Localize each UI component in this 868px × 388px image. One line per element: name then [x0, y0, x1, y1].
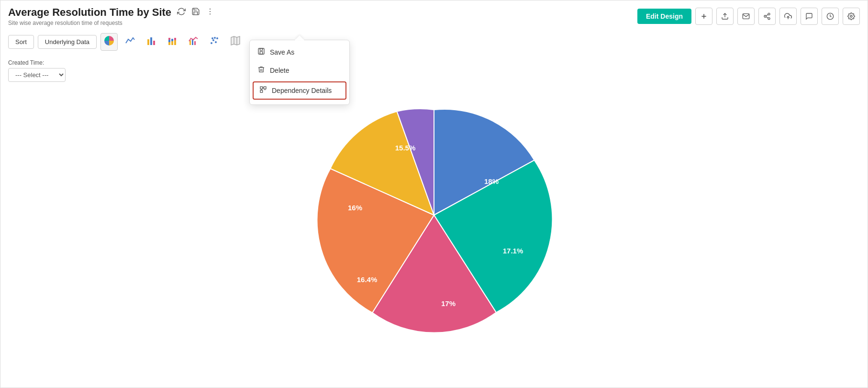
filter-label: Created Time:: [8, 59, 860, 66]
settings-button[interactable]: [843, 8, 860, 25]
scatter-chart-type-button[interactable]: [206, 33, 223, 51]
cloud-button[interactable]: [779, 8, 797, 25]
svg-point-30: [216, 37, 218, 39]
toolbar: Sort Underlying Data: [0, 28, 868, 56]
svg-rect-38: [260, 52, 262, 54]
chart-area: 18% 17.1% 17% 16.4% 16% 15.5%: [0, 86, 868, 354]
svg-point-8: [768, 18, 770, 20]
add-button[interactable]: [695, 8, 712, 25]
sort-button[interactable]: Sort: [8, 35, 34, 49]
save-as-item[interactable]: Save As: [250, 43, 349, 61]
label-1: 18%: [484, 177, 499, 185]
svg-point-28: [212, 39, 214, 41]
more-options-button[interactable]: [205, 6, 215, 19]
svg-line-10: [766, 14, 768, 16]
title-area: Average Resolution Time by Site: [8, 6, 215, 19]
delete-item[interactable]: Delete: [250, 61, 349, 80]
svg-rect-41: [260, 90, 263, 92]
label-4: 16.4%: [357, 275, 378, 284]
filter-section: Created Time: --- Select ---: [0, 56, 868, 86]
svg-point-29: [215, 41, 217, 43]
created-time-select[interactable]: --- Select ---: [8, 68, 66, 82]
bar-chart-type-button[interactable]: [143, 33, 160, 51]
delete-icon: [257, 66, 265, 75]
svg-rect-16: [153, 41, 155, 45]
svg-rect-23: [174, 38, 176, 40]
svg-rect-17: [168, 42, 170, 45]
label-6: 15.5%: [395, 144, 416, 152]
svg-point-2: [210, 13, 211, 14]
save-as-label: Save As: [270, 48, 294, 56]
svg-rect-15: [150, 37, 152, 45]
svg-rect-26: [194, 41, 196, 45]
svg-point-27: [211, 42, 212, 44]
refresh-button[interactable]: [176, 6, 187, 19]
page-title: Average Resolution Time by Site: [8, 6, 171, 19]
svg-rect-37: [260, 48, 262, 50]
svg-point-1: [210, 11, 211, 12]
svg-point-31: [211, 37, 213, 39]
dropdown-menu: Save As Delete Dependency Details: [249, 40, 350, 105]
header-right: Edit Design: [637, 8, 860, 25]
svg-rect-18: [168, 40, 170, 42]
label-3: 17%: [441, 299, 456, 308]
email-button[interactable]: [737, 8, 755, 25]
pie-chart-type-button[interactable]: [100, 33, 118, 51]
svg-rect-14: [147, 39, 149, 45]
dependency-details-item[interactable]: Dependency Details: [253, 81, 346, 100]
dropdown-arrow: [295, 35, 304, 40]
svg-rect-21: [171, 39, 173, 41]
dependency-icon: [259, 86, 267, 95]
svg-rect-20: [171, 41, 173, 45]
delete-label: Delete: [270, 67, 289, 74]
title-icons: [176, 6, 215, 19]
svg-rect-40: [264, 87, 266, 89]
page-subtitle: Site wise average resolution time of req…: [8, 20, 215, 26]
share-button[interactable]: [758, 8, 776, 25]
svg-rect-19: [168, 38, 170, 40]
label-2: 17.1%: [503, 247, 523, 255]
header-left: Average Resolution Time by Site Site wis…: [8, 6, 215, 26]
header: Average Resolution Time by Site Site wis…: [0, 0, 868, 28]
map-chart-type-button[interactable]: [227, 33, 244, 51]
svg-line-9: [766, 17, 768, 18]
stacked-bar-type-button[interactable]: [164, 33, 181, 51]
page-wrapper: Average Resolution Time by Site Site wis…: [0, 0, 868, 388]
schedule-button[interactable]: [822, 8, 839, 25]
combo-chart-type-button[interactable]: [185, 33, 202, 51]
underlying-data-button[interactable]: Underlying Data: [38, 35, 97, 49]
label-5: 16%: [348, 204, 362, 212]
svg-point-7: [764, 15, 766, 17]
pie-chart-svg: 18% 17.1% 17% 16.4% 16% 15.5%: [252, 95, 616, 335]
line-chart-type-button[interactable]: [122, 33, 139, 51]
svg-rect-39: [260, 87, 263, 89]
svg-point-32: [214, 37, 216, 39]
svg-point-13: [850, 15, 852, 17]
dependency-details-label: Dependency Details: [272, 87, 332, 94]
save-as-icon: [257, 47, 265, 57]
svg-marker-33: [231, 36, 240, 45]
edit-design-button[interactable]: Edit Design: [637, 9, 691, 24]
svg-rect-22: [174, 40, 176, 45]
comment-button[interactable]: [801, 8, 818, 25]
save-button[interactable]: [190, 6, 201, 19]
svg-point-6: [768, 13, 770, 15]
svg-point-0: [210, 9, 211, 10]
export-button[interactable]: [716, 8, 734, 25]
